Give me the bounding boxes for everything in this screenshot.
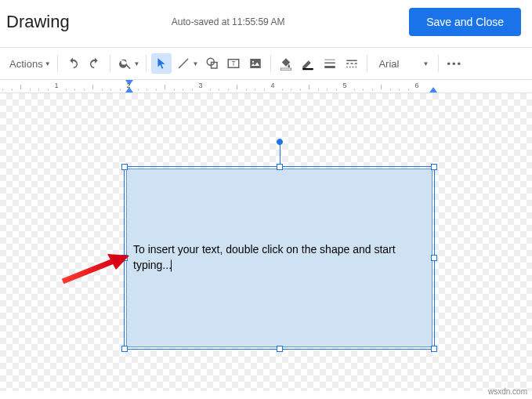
image-icon xyxy=(248,56,262,71)
svg-rect-10 xyxy=(325,66,336,68)
shape-text-content[interactable]: To insert your text, double click on the… xyxy=(133,242,425,273)
textbox-icon: T xyxy=(226,56,241,71)
autosave-status: Auto-saved at 11:55:59 AM xyxy=(172,16,409,27)
actions-label: Actions xyxy=(9,58,43,70)
separator xyxy=(146,55,147,72)
border-dash-button[interactable] xyxy=(342,53,362,74)
actions-menu[interactable]: Actions ▼ xyxy=(6,53,52,74)
separator xyxy=(110,55,110,72)
cursor-icon xyxy=(154,56,168,71)
pen-icon xyxy=(301,56,315,71)
textbox-tool[interactable]: T xyxy=(223,53,244,74)
rectangle-shape[interactable]: To insert your text, double click on the… xyxy=(126,169,432,347)
dialog-title: Drawing xyxy=(6,12,70,32)
undo-icon xyxy=(66,56,80,71)
svg-rect-11 xyxy=(347,60,358,62)
text-cursor xyxy=(171,259,172,271)
svg-rect-6 xyxy=(281,68,292,70)
border-weight-button[interactable] xyxy=(320,53,340,74)
zoom-menu[interactable]: ▼ xyxy=(115,53,142,74)
undo-button[interactable] xyxy=(63,53,83,74)
redo-button[interactable] xyxy=(85,53,105,74)
toolbar: Actions ▼ ▼ ▼ T Arial ▼ ••• xyxy=(0,48,532,79)
separator xyxy=(57,55,58,72)
svg-rect-8 xyxy=(325,60,336,60)
chevron-down-icon: ▼ xyxy=(192,60,198,67)
line-dash-icon xyxy=(345,56,359,71)
right-indent-marker[interactable] xyxy=(429,87,437,92)
select-tool[interactable] xyxy=(151,53,172,74)
horizontal-ruler[interactable]: 123456 xyxy=(0,79,532,93)
svg-point-5 xyxy=(252,61,254,63)
line-tool[interactable]: ▼ xyxy=(173,53,200,74)
shape-icon xyxy=(205,56,219,71)
shape-tool[interactable] xyxy=(201,53,222,74)
separator xyxy=(438,55,439,72)
chevron-down-icon: ▼ xyxy=(134,60,140,67)
separator xyxy=(367,55,367,72)
rotation-handle[interactable] xyxy=(277,139,283,145)
svg-rect-7 xyxy=(303,68,314,70)
svg-text:T: T xyxy=(232,60,236,67)
watermark: wsxdn.com xyxy=(488,387,527,396)
separator xyxy=(270,55,271,72)
more-icon: ••• xyxy=(447,58,462,70)
rotation-line xyxy=(280,143,280,164)
redo-icon xyxy=(88,56,102,71)
font-name-label: Arial xyxy=(378,58,399,70)
svg-rect-4 xyxy=(251,59,262,68)
paint-bucket-icon xyxy=(279,56,293,71)
svg-rect-9 xyxy=(325,63,336,64)
save-and-close-button[interactable]: Save and Close xyxy=(409,8,521,36)
shape-text: To insert your text, double click on the… xyxy=(133,243,396,271)
annotation-arrow xyxy=(59,250,137,292)
chevron-down-icon: ▼ xyxy=(422,60,429,67)
border-color-button[interactable] xyxy=(298,53,318,74)
fill-color-button[interactable] xyxy=(276,53,296,74)
zoom-icon xyxy=(118,56,132,71)
more-button[interactable]: ••• xyxy=(443,53,465,74)
image-tool[interactable] xyxy=(245,53,266,74)
drawing-canvas[interactable]: To insert your text, double click on the… xyxy=(0,93,532,391)
line-icon xyxy=(176,56,190,71)
font-family-select[interactable]: Arial ▼ xyxy=(372,53,433,74)
chevron-down-icon: ▼ xyxy=(45,60,51,67)
line-weight-icon xyxy=(323,56,337,71)
